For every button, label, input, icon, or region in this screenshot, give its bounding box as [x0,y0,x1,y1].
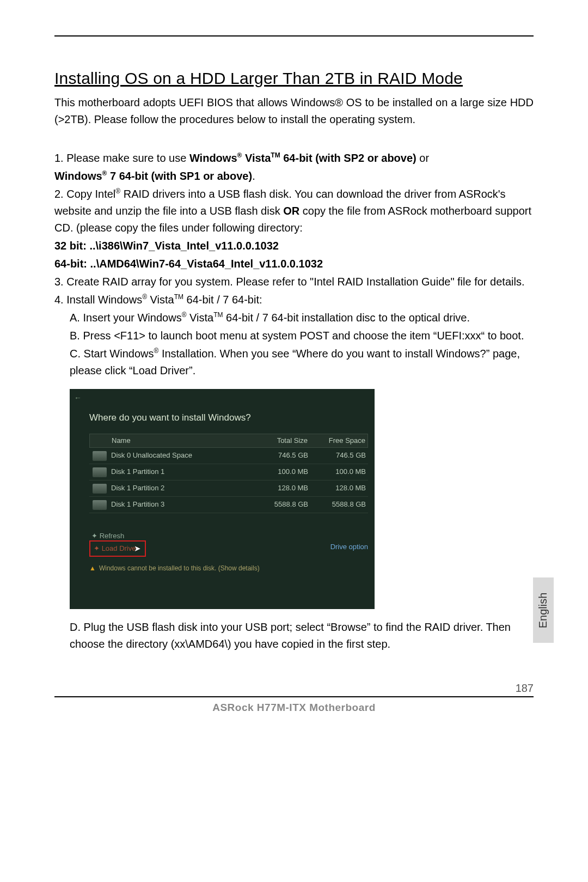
page-title: Installing OS on a HDD Larger Than 2TB i… [54,69,534,88]
step-2: 2. Copy Intel® RAID drivers into a USB f… [54,186,534,236]
step-4b: B. Press <F11> to launch boot menu at sy… [54,327,534,344]
table-header-row: Name Total Size Free Space [89,434,368,448]
text: . [252,170,255,182]
step-1: 1. Please make sure to use Windows® Vist… [54,150,534,167]
cell-name: Disk 1 Partition 1 [111,466,259,477]
cell-name: Disk 1 Partition 2 [111,483,259,494]
back-arrow-icon: ← [74,392,82,404]
cell-ts: 128.0 MB [259,483,314,494]
top-rule [54,35,534,37]
step-2-path64: 64-bit: ..\AMD64\Win7-64_Vista64_Intel_v… [54,256,534,272]
table-row: Disk 1 Partition 1 100.0 MB 100.0 MB [89,464,368,480]
intro-paragraph: This motherboard adopts UEFI BIOS that a… [54,94,534,128]
page-footer: 187 ASRock H77M-ITX Motherboard [54,696,534,714]
cursor-icon: ➤ [134,542,141,555]
disk-icon [93,500,107,510]
col-total-size: Total Size [259,435,313,446]
page-number: 187 [516,682,534,695]
step-2-path32: 32 bit: ..\i386\Win7_Vista_Intel_v11.0.0… [54,238,534,254]
text: A. Insert your Windows® VistaTM 64-bit /… [70,312,470,324]
refresh-icon: ✦ [91,532,100,540]
step-4d: D. Plug the USB flash disk into your USB… [54,619,534,653]
text-bold: Windows® VistaTM 64-bit (with SP2 or abo… [189,152,416,164]
cell-ts: 5588.8 GB [259,499,314,510]
disk-table: Name Total Size Free Space Disk 0 Unallo… [89,434,368,513]
col-name: Name [112,435,259,446]
table-row: Disk 0 Unallocated Space 746.5 GB 746.5 … [89,448,368,464]
cell-fs: 128.0 MB [314,483,368,494]
footer-rule [54,696,534,697]
cell-name: Disk 1 Partition 3 [111,499,259,510]
text-bold: Windows® 7 64-bit (with SP1 or above) [54,170,252,182]
text: 1. Please make sure to use [54,152,189,164]
cell-name: Disk 0 Unallocated Space [111,450,259,461]
installer-screenshot: ← Where do you want to install Windows? … [70,389,375,609]
cell-ts: 746.5 GB [259,450,314,461]
text: or [416,152,429,164]
step-3: 3. Create RAID array for you system. Ple… [54,273,534,290]
language-label: English [537,592,550,628]
language-tab: English [533,577,554,643]
table-row: Disk 1 Partition 3 5588.8 GB 5588.8 GB [89,497,368,513]
cell-fs: 100.0 MB [314,466,368,477]
warning-icon: ▲ [89,564,96,572]
footer-model: ASRock H77M-ITX Motherboard [54,702,534,714]
col-free-space: Free Space [313,435,367,446]
step-4c: C. Start Windows® Installation. When you… [54,345,534,379]
disk-icon [93,484,107,494]
disk-icon [93,451,107,461]
drive-options-link: Drive option [330,542,368,552]
cell-fs: 5588.8 GB [314,499,368,510]
installer-heading: Where do you want to install Windows? [89,411,251,425]
warning-text: ▲Windows cannot be installed to this dis… [89,563,260,574]
steps-list: 1. Please make sure to use Windows® Vist… [54,150,534,653]
load-icon: ✦ [94,544,102,552]
step-1-cont: Windows® 7 64-bit (with SP1 or above). [54,168,534,185]
cell-fs: 746.5 GB [314,450,368,461]
step-4: 4. Install Windows® VistaTM 64-bit / 7 6… [54,291,534,308]
text-bold: OR [283,205,299,217]
text: 4. Install Windows® VistaTM 64-bit / 7 6… [54,294,262,306]
cell-ts: 100.0 MB [259,466,314,477]
text: C. Start Windows® Installation. When you… [70,348,520,376]
disk-icon [93,467,107,477]
table-row: Disk 1 Partition 2 128.0 MB 128.0 MB [89,480,368,497]
step-4a: A. Insert your Windows® VistaTM 64-bit /… [54,309,534,326]
